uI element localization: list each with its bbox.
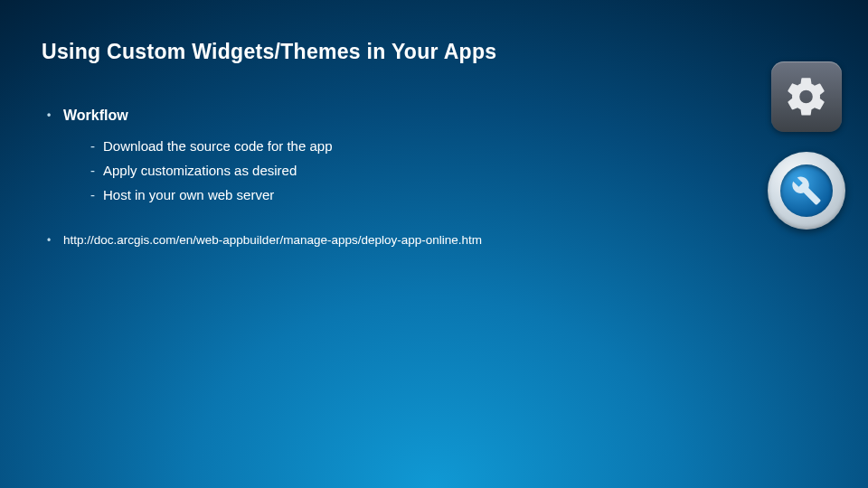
- wrench-inner: [780, 164, 833, 217]
- icon-column: [765, 61, 848, 230]
- gear-icon: [771, 61, 842, 132]
- bullet-list: Workflow Download the source code for th…: [42, 108, 826, 247]
- workflow-item: Host in your own web server: [90, 187, 826, 202]
- slide: Using Custom Widgets/Themes in Your Apps…: [0, 0, 868, 286]
- wrench-svg: [791, 175, 822, 206]
- bullet-workflow: Workflow Download the source code for th…: [63, 108, 826, 202]
- gear-svg: [784, 74, 829, 119]
- workflow-sublist: Download the source code for the app App…: [90, 138, 826, 202]
- workflow-item: Download the source code for the app: [90, 138, 826, 154]
- bullet-link: http://doc.arcgis.com/en/web-appbuilder/…: [63, 233, 826, 247]
- slide-title: Using Custom Widgets/Themes in Your Apps: [42, 40, 826, 64]
- wrench-icon: [768, 152, 845, 230]
- workflow-heading: Workflow: [63, 108, 128, 123]
- workflow-item: Apply customizations as desired: [90, 163, 826, 178]
